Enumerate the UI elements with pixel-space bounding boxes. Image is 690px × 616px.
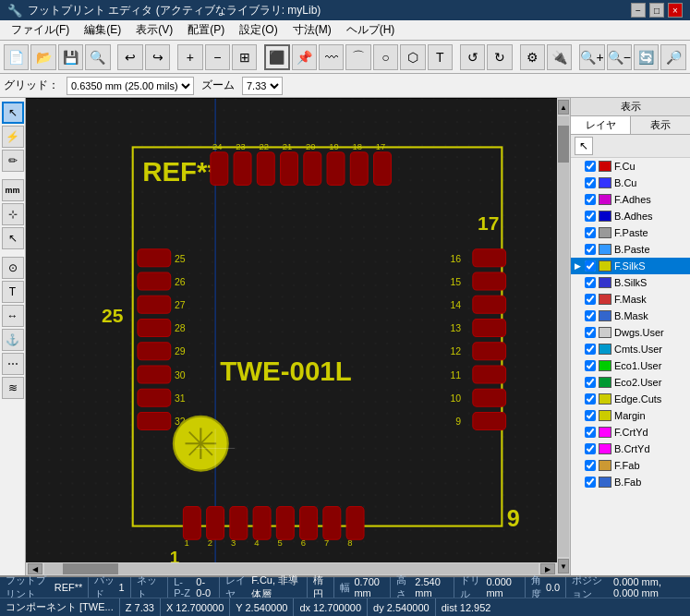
layer-checkbox[interactable] <box>585 277 596 288</box>
new-button[interactable]: 📄 <box>4 44 29 70</box>
rotate-left-button[interactable]: ↺ <box>460 44 485 70</box>
layer-item[interactable]: F.Cu <box>571 158 690 175</box>
layer-checkbox[interactable] <box>585 194 596 205</box>
zoom-out2-button[interactable]: 🔍− <box>607 44 632 70</box>
pcb-canvas[interactable]: REF** TWE-001L 25 17 9 1 <box>26 98 570 575</box>
layer-checkbox[interactable] <box>585 177 596 188</box>
zoom-out-button[interactable]: − <box>205 44 230 70</box>
print-button[interactable]: 🔍 <box>85 44 110 70</box>
grid-select[interactable]: 0.6350 mm (25.00 mils) <box>67 77 194 95</box>
minimize-button[interactable]: − <box>631 3 646 18</box>
hscroll-thumb[interactable] <box>63 563 118 574</box>
scroll-right-button[interactable]: ▶ <box>540 563 555 574</box>
search-button[interactable]: 🔎 <box>660 44 685 70</box>
layer-checkbox[interactable] <box>585 310 596 321</box>
fab-button[interactable]: 🔌 <box>547 44 572 70</box>
layer-item[interactable]: B.Adhes <box>571 208 690 224</box>
layer-item[interactable]: F.Paste <box>571 224 690 241</box>
layer-checkbox[interactable] <box>585 260 596 272</box>
arc-button[interactable]: ⌒ <box>345 44 370 70</box>
save-button[interactable]: 💾 <box>58 44 83 70</box>
layer-item[interactable]: B.CrtYd <box>571 441 690 457</box>
layer-checkbox[interactable] <box>585 377 596 388</box>
undo-button[interactable]: ↩ <box>117 44 142 70</box>
layer-select-arrow[interactable]: ↖ <box>575 137 593 155</box>
grid-tool[interactable]: ⊹ <box>2 203 24 225</box>
zoom-in2-button[interactable]: 🔍+ <box>579 44 604 70</box>
layer-item[interactable]: F.Fab <box>571 457 690 474</box>
select-tool[interactable]: ↖ <box>2 102 24 124</box>
add-text-tool[interactable]: T <box>2 281 24 303</box>
layer-item[interactable]: Edge.Cuts <box>571 391 690 407</box>
layer-checkbox[interactable] <box>585 327 596 338</box>
layer-checkbox[interactable] <box>585 427 596 438</box>
tab-layer[interactable]: レイヤ <box>571 116 631 134</box>
menu-file[interactable]: ファイル(F) <box>4 20 77 40</box>
layer-checkbox[interactable] <box>585 294 596 305</box>
scroll-thumb[interactable] <box>558 126 569 163</box>
dimension-tool[interactable]: ↔ <box>2 305 24 327</box>
close-button[interactable]: × <box>668 3 683 18</box>
layer-item[interactable]: ▶F.SilkS <box>571 258 690 274</box>
circle-button[interactable]: ○ <box>373 44 398 70</box>
settings-button[interactable]: ⚙ <box>520 44 545 70</box>
layer-checkbox[interactable] <box>585 211 596 222</box>
zoom-center-button[interactable]: 🔄 <box>634 44 659 70</box>
scroll-left-button[interactable]: ◀ <box>28 563 42 574</box>
horizontal-scrollbar[interactable]: ◀ ▶ <box>26 562 557 575</box>
scroll-track[interactable] <box>558 116 569 557</box>
layer-checkbox[interactable] <box>585 244 596 255</box>
menu-dimension[interactable]: 寸法(M) <box>285 20 339 40</box>
layer-checkbox[interactable] <box>585 360 596 371</box>
layer-checkbox[interactable] <box>585 344 596 355</box>
add-footprint-button[interactable]: 📌 <box>292 44 317 70</box>
rotate-right-button[interactable]: ↻ <box>487 44 512 70</box>
pad-button[interactable]: ⬛ <box>264 44 289 70</box>
scroll-up-button[interactable]: ▲ <box>558 100 569 115</box>
drc-tool[interactable]: ≋ <box>2 377 24 399</box>
menu-view[interactable]: 表示(V) <box>128 20 180 40</box>
layer-checkbox[interactable] <box>585 161 596 172</box>
layer-item[interactable]: B.Paste <box>571 241 690 258</box>
layer-item[interactable]: Dwgs.User <box>571 324 690 341</box>
layer-item[interactable]: F.CrtYd <box>571 424 690 441</box>
layer-item[interactable]: B.Mask <box>571 308 690 324</box>
layer-checkbox[interactable] <box>585 410 596 421</box>
polygon-button[interactable]: ⬡ <box>400 44 425 70</box>
inspect-tool[interactable]: ⚡ <box>2 126 24 148</box>
menu-settings[interactable]: 設定(O) <box>232 20 284 40</box>
layer-checkbox[interactable] <box>585 477 596 488</box>
cursor-tool[interactable]: ↖ <box>2 227 24 249</box>
text-button[interactable]: T <box>428 44 453 70</box>
redo-button[interactable]: ↪ <box>145 44 170 70</box>
vertical-scrollbar[interactable]: ▲ ▼ <box>557 98 570 575</box>
layer-checkbox[interactable] <box>585 460 596 471</box>
menu-place[interactable]: 配置(P) <box>180 20 232 40</box>
grid-tool2[interactable]: ⋯ <box>2 353 24 375</box>
open-button[interactable]: 📂 <box>30 44 55 70</box>
highlight-tool[interactable]: ✏ <box>2 150 24 172</box>
layer-checkbox[interactable] <box>585 393 596 405</box>
layer-item[interactable]: F.Adhes <box>571 191 690 208</box>
layer-item[interactable]: B.Fab <box>571 474 690 490</box>
layer-checkbox[interactable] <box>585 227 596 238</box>
menu-help[interactable]: ヘルプ(H) <box>339 20 403 40</box>
zoom-in-button[interactable]: + <box>177 44 202 70</box>
layer-item[interactable]: Eco2.User <box>571 374 690 391</box>
route-button[interactable]: 〰 <box>319 44 344 70</box>
anchor-tool[interactable]: ⚓ <box>2 329 24 351</box>
scroll-down-button[interactable]: ▼ <box>558 559 569 574</box>
layer-item[interactable]: F.Mask <box>571 291 690 308</box>
layer-item[interactable]: B.SilkS <box>571 274 690 291</box>
hscroll-track[interactable] <box>44 563 539 574</box>
zoom-fit-button[interactable]: ⊞ <box>232 44 257 70</box>
layer-item[interactable]: Eco1.User <box>571 357 690 374</box>
menu-edit[interactable]: 編集(E) <box>77 20 128 40</box>
layer-checkbox[interactable] <box>585 443 596 454</box>
zoom-select[interactable]: 7.33 <box>242 77 283 95</box>
layer-item[interactable]: B.Cu <box>571 175 690 191</box>
mm-unit[interactable]: mm <box>2 179 24 201</box>
layer-item[interactable]: Margin <box>571 407 690 424</box>
maximize-button[interactable]: □ <box>649 3 664 18</box>
tab-display[interactable]: 表示 <box>631 116 690 134</box>
